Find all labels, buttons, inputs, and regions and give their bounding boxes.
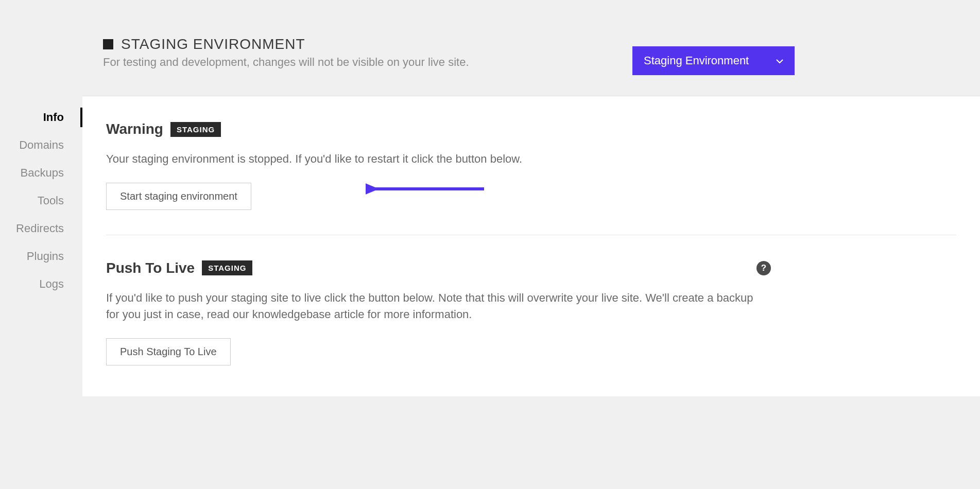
sidebar-item-label: Backups	[21, 166, 64, 179]
sidebar-item-domains[interactable]: Domains	[0, 131, 82, 159]
sidebar-item-label: Info	[43, 111, 64, 124]
sidebar-item-plugins[interactable]: Plugins	[0, 242, 82, 270]
sidebar-item-redirects[interactable]: Redirects	[0, 215, 82, 242]
push-title: Push To Live	[106, 260, 195, 276]
push-title-row: Push To Live STAGING	[106, 260, 252, 276]
help-icon[interactable]: ?	[757, 261, 771, 275]
page-header: STAGING ENVIRONMENT For testing and deve…	[0, 0, 980, 96]
sidebar: Info Domains Backups Tools Redirects Plu…	[0, 96, 82, 396]
warning-title: Warning	[106, 121, 163, 137]
page-title: STAGING ENVIRONMENT	[121, 36, 305, 53]
push-to-live-section: Push To Live STAGING ? If you'd like to …	[106, 260, 956, 365]
warning-section: Warning STAGING Your staging environment…	[106, 121, 956, 210]
staging-badge: STAGING	[202, 260, 252, 275]
header-title-row: STAGING ENVIRONMENT	[103, 36, 469, 53]
push-section-head: Push To Live STAGING ?	[106, 260, 956, 276]
header-left: STAGING ENVIRONMENT For testing and deve…	[103, 36, 469, 69]
warning-text: Your staging environment is stopped. If …	[106, 151, 755, 167]
push-text: If you'd like to push your staging site …	[106, 290, 755, 323]
sidebar-item-info[interactable]: Info	[0, 103, 82, 131]
page-subtitle: For testing and development, changes wil…	[103, 56, 469, 69]
warning-title-row: Warning STAGING	[106, 121, 956, 137]
environment-dropdown-label: Staging Environment	[644, 54, 749, 67]
sidebar-item-label: Plugins	[27, 250, 64, 263]
staging-badge: STAGING	[170, 122, 221, 137]
main-panel: Warning STAGING Your staging environment…	[82, 96, 980, 396]
section-divider	[106, 235, 956, 235]
chevron-down-icon	[776, 57, 783, 65]
sidebar-item-backups[interactable]: Backups	[0, 159, 82, 187]
sidebar-item-label: Tools	[38, 194, 64, 207]
sidebar-item-logs[interactable]: Logs	[0, 270, 82, 298]
sidebar-item-tools[interactable]: Tools	[0, 187, 82, 215]
sidebar-item-label: Logs	[39, 277, 64, 290]
sidebar-item-label: Domains	[19, 138, 64, 151]
square-icon	[103, 39, 113, 49]
content-wrap: Info Domains Backups Tools Redirects Plu…	[0, 96, 980, 396]
push-staging-to-live-button[interactable]: Push Staging To Live	[106, 338, 231, 365]
start-staging-button[interactable]: Start staging environment	[106, 183, 251, 210]
environment-dropdown[interactable]: Staging Environment	[632, 46, 795, 75]
sidebar-item-label: Redirects	[16, 222, 64, 235]
